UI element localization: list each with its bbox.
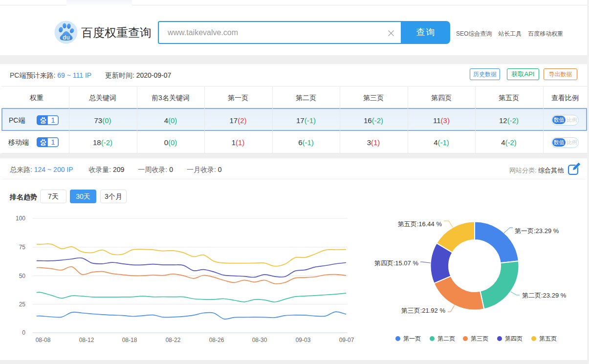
svg-text:第五页: 第五页 <box>539 335 557 342</box>
svg-text:08-18: 08-18 <box>122 337 137 343</box>
svg-text:第四页:15.07 %: 第四页:15.07 % <box>374 259 419 267</box>
svg-text:第三页: 第三页 <box>471 335 488 342</box>
svg-text:08-26: 08-26 <box>209 337 224 343</box>
svg-text:第一页:23.29 %: 第一页:23.29 % <box>515 227 559 235</box>
svg-text:09-03: 09-03 <box>296 337 311 343</box>
svg-text:第二页:23.29 %: 第二页:23.29 % <box>522 292 567 299</box>
svg-text:第四页: 第四页 <box>505 335 523 342</box>
svg-text:08-08: 08-08 <box>36 337 51 343</box>
svg-text:第二页: 第二页 <box>437 335 455 342</box>
svg-text:08-30: 08-30 <box>252 337 267 343</box>
svg-text:100: 100 <box>16 215 25 222</box>
svg-text:0: 0 <box>22 329 25 336</box>
svg-text:25: 25 <box>19 301 26 308</box>
svg-text:08-12: 08-12 <box>79 337 94 343</box>
svg-text:第五页:16.44 %: 第五页:16.44 % <box>398 220 442 228</box>
svg-text:第一页: 第一页 <box>403 335 421 342</box>
svg-text:09-07: 09-07 <box>339 337 354 343</box>
svg-text:第三页:21.92 %: 第三页:21.92 % <box>401 307 446 314</box>
svg-text:08-22: 08-22 <box>166 337 181 343</box>
svg-text:50: 50 <box>19 273 26 279</box>
svg-text:75: 75 <box>19 244 26 251</box>
